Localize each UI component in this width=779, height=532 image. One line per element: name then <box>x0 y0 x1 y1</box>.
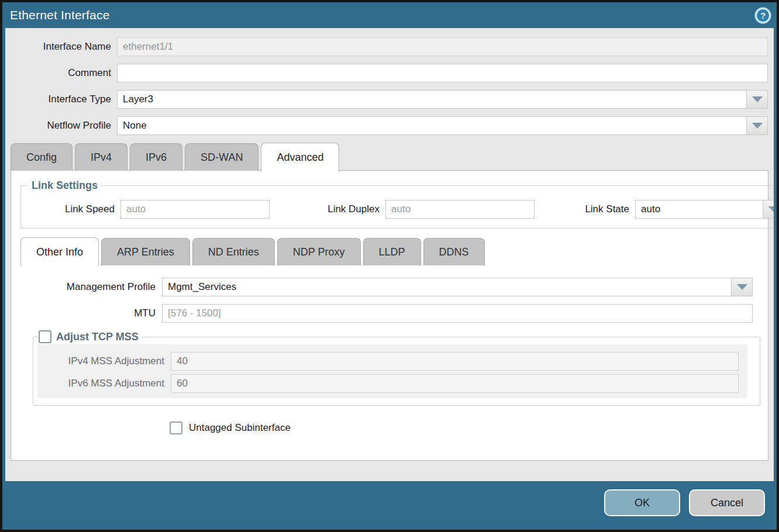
management-profile-label: Management Profile <box>11 281 162 293</box>
tab-config[interactable]: Config <box>11 143 73 171</box>
netflow-profile-field[interactable] <box>117 116 746 135</box>
management-profile-field[interactable] <box>162 278 731 296</box>
chevron-down-icon <box>752 123 763 129</box>
tab-nd-entries[interactable]: ND Entries <box>192 238 275 265</box>
interface-type-label: Interface Type <box>5 94 117 105</box>
management-profile-dropdown-button[interactable] <box>731 278 753 296</box>
tab-lldp[interactable]: LLDP <box>363 238 421 265</box>
tab-other-info[interactable]: Other Info <box>20 237 99 266</box>
other-info-tab-bar: Other Info ARP Entries ND Entries NDP Pr… <box>20 237 768 265</box>
link-state-field[interactable] <box>635 200 763 219</box>
tab-ipv4[interactable]: IPv4 <box>75 143 127 171</box>
ok-button[interactable]: OK <box>604 489 680 516</box>
chevron-down-icon <box>752 96 763 102</box>
interface-type-row: Interface Type <box>5 90 768 109</box>
dialog-footer: OK Cancel <box>2 481 777 530</box>
netflow-profile-dropdown-button[interactable] <box>746 116 768 135</box>
interface-name-field <box>117 37 768 56</box>
tab-sd-wan[interactable]: SD-WAN <box>185 143 258 171</box>
adjust-tcp-mss-legend: Adjust TCP MSS <box>39 330 142 343</box>
adjust-tcp-mss-group: Adjust TCP MSS IPv4 MSS Adjustment IPv6 … <box>33 330 760 406</box>
mtu-field[interactable] <box>162 304 753 323</box>
comment-field[interactable] <box>117 64 768 82</box>
ipv4-mss-row: IPv4 MSS Adjustment <box>37 352 739 371</box>
chevron-down-icon <box>737 284 747 290</box>
link-duplex-field[interactable] <box>385 200 535 219</box>
title-bar: Ethernet Interface ? <box>2 2 777 28</box>
mtu-label: MTU <box>11 308 162 319</box>
management-profile-row: Management Profile <box>11 278 753 296</box>
interface-name-row: Interface Name <box>5 37 768 56</box>
comment-row: Comment <box>5 64 768 82</box>
link-speed-label: Link Speed <box>21 203 120 215</box>
adjust-tcp-mss-checkbox[interactable] <box>39 330 51 343</box>
adjust-tcp-mss-legend-text: Adjust TCP MSS <box>56 331 139 343</box>
ipv4-mss-field <box>171 352 739 371</box>
tab-ndp-proxy[interactable]: NDP Proxy <box>277 238 361 265</box>
cancel-button[interactable]: Cancel <box>689 489 765 516</box>
untagged-subinterface-row: Untagged Subinterface <box>170 422 768 434</box>
advanced-tab-panel: Link Settings Link Speed Link Duplex Lin… <box>11 170 768 461</box>
link-state-label: Link State <box>571 203 635 215</box>
untagged-subinterface-label: Untagged Subinterface <box>189 422 291 434</box>
ipv6-mss-field <box>171 374 739 393</box>
ipv6-mss-label: IPv6 MSS Adjustment <box>37 378 171 389</box>
ipv4-mss-label: IPv4 MSS Adjustment <box>37 355 171 367</box>
chevron-down-icon <box>768 206 774 212</box>
link-state-dropdown-button[interactable] <box>763 200 774 219</box>
link-settings-legend: Link Settings <box>27 179 102 192</box>
tab-arp-entries[interactable]: ARP Entries <box>101 238 190 265</box>
interface-name-label: Interface Name <box>5 41 117 53</box>
tab-ddns[interactable]: DDNS <box>423 238 485 265</box>
main-tab-bar: Config IPv4 IPv6 SD-WAN Advanced <box>11 143 774 171</box>
dialog-body: Interface Name Comment Interface Type Ne… <box>5 28 774 481</box>
interface-type-field[interactable] <box>117 90 746 109</box>
comment-label: Comment <box>5 67 117 79</box>
interface-type-dropdown-button[interactable] <box>746 90 768 109</box>
mss-disabled-area: IPv4 MSS Adjustment IPv6 MSS Adjustment <box>37 344 747 398</box>
ethernet-interface-dialog: Ethernet Interface ? Interface Name Comm… <box>0 0 779 532</box>
ipv6-mss-row: IPv6 MSS Adjustment <box>37 374 739 393</box>
mtu-row: MTU <box>11 304 753 323</box>
help-icon[interactable]: ? <box>755 8 771 23</box>
link-speed-field[interactable] <box>120 200 270 219</box>
dialog-title: Ethernet Interface <box>10 8 110 22</box>
untagged-subinterface-checkbox[interactable] <box>170 422 182 434</box>
link-settings-group: Link Settings Link Speed Link Duplex Lin… <box>20 179 774 229</box>
netflow-profile-row: Netflow Profile <box>5 116 768 135</box>
tab-ipv6[interactable]: IPv6 <box>130 143 182 171</box>
tab-advanced[interactable]: Advanced <box>261 143 339 171</box>
netflow-profile-label: Netflow Profile <box>5 120 117 132</box>
link-duplex-label: Link Duplex <box>298 203 385 215</box>
